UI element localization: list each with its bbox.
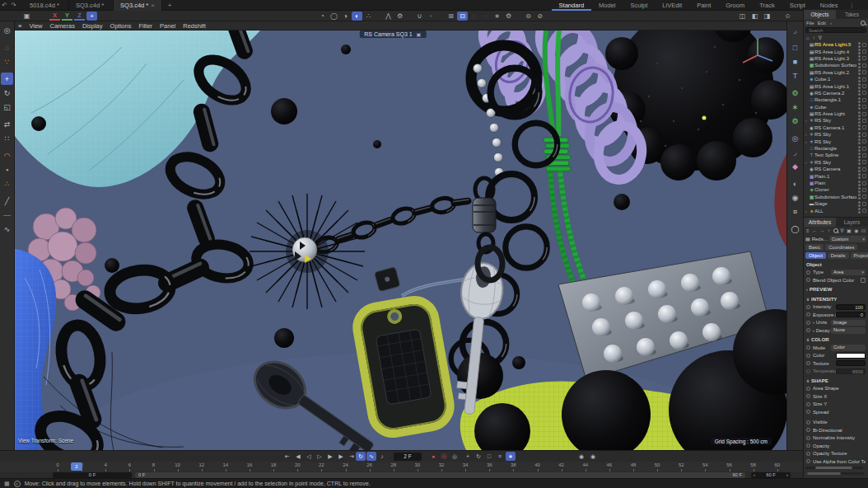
attribute-row[interactable]: Area Shape [804, 385, 868, 393]
frame-tick[interactable]: 32 [436, 462, 446, 472]
attribute-row[interactable]: Mode Color [804, 344, 868, 352]
visibility-dots-icon[interactable] [858, 146, 861, 148]
object-tree-row[interactable]: ☀ RS Sky [804, 131, 868, 138]
frame-tick[interactable]: 18 [268, 462, 278, 472]
object-name[interactable]: RS Area Light.1 [814, 84, 856, 89]
frame-tick[interactable]: 22 [316, 462, 326, 472]
range-start-field[interactable]: 0 F [53, 472, 132, 478]
viewport-menu-item[interactable]: Cameras [50, 22, 75, 30]
visibility-dots-icon[interactable] [858, 118, 861, 120]
keyframe-dot-icon[interactable] [806, 354, 810, 358]
frame-tick[interactable]: 4 [100, 462, 110, 472]
visibility-dots-icon[interactable] [858, 90, 861, 92]
checkbox[interactable] [861, 278, 866, 283]
frame-tick[interactable]: 54 [700, 462, 710, 472]
picture-viewer-window-icon[interactable]: ◧ [749, 12, 760, 21]
measure-tool-icon[interactable]: ― [1, 209, 13, 221]
live-selection-icon[interactable]: ◌ [1, 41, 13, 54]
attribute-row[interactable]: INTENSITY [804, 295, 868, 303]
character-options-icon[interactable]: ⚙ [394, 12, 405, 21]
environment-icon[interactable]: ◐ [789, 177, 801, 190]
forward-icon[interactable]: → [820, 228, 825, 233]
autokey-button[interactable]: Ⓐ [439, 452, 449, 461]
attribute-value[interactable] [836, 360, 866, 366]
visibility-dots-icon[interactable] [858, 187, 861, 190]
object-name[interactable]: Rectangle [814, 146, 856, 151]
stepper-right-icon[interactable]: › [786, 472, 788, 478]
scale-tool-icon[interactable]: ◱ [1, 101, 13, 113]
object-tree-row[interactable]: ▤ RS Area Light.4 [804, 48, 868, 54]
pen-tool-icon[interactable]: ╱ [1, 195, 13, 207]
object-name[interactable]: RS Camera.1 [814, 125, 856, 130]
object-tree-row[interactable]: ■ Cube [804, 104, 868, 110]
layout-tab[interactable]: Standard [552, 0, 591, 11]
visibility-dots-icon[interactable] [858, 181, 861, 183]
timeline-ruler[interactable]: 0246810121416182022242628303234363840424… [0, 462, 803, 472]
dynamics-options-icon[interactable]: ⚙ [503, 12, 514, 21]
object-name[interactable]: RS Area Light.2 [814, 70, 856, 75]
selection-options-icon[interactable]: ∵ [1, 55, 13, 68]
keyframe-dot-icon[interactable] [806, 428, 810, 432]
preview-range-icon[interactable]: ◉ [576, 452, 586, 461]
keyframe-dot-icon[interactable] [806, 345, 810, 350]
panel-tab[interactable]: Takes [836, 10, 868, 19]
visibility-dots-icon[interactable] [858, 173, 861, 176]
frame-tick[interactable]: 44 [581, 462, 590, 472]
close-tab-icon[interactable]: × [151, 2, 155, 9]
filter-icon[interactable]: ∇ [841, 228, 844, 233]
interactive-render-icon[interactable]: ◐ [352, 12, 362, 21]
keyframe-dot-icon[interactable] [806, 387, 810, 391]
object-tree-row[interactable]: ☀ RS Sky [804, 159, 868, 166]
viewport-menu-item[interactable]: Filter [138, 22, 152, 30]
viewport-menu-item[interactable]: Panel [160, 22, 175, 30]
section-arrow-icon[interactable] [806, 337, 810, 342]
overflow-icon[interactable]: › [830, 21, 832, 26]
object-name[interactable]: Stage [814, 201, 856, 206]
object-name[interactable]: RS Sky [814, 118, 856, 123]
quantize-options-icon[interactable]: ◦ [480, 12, 491, 21]
current-frame-field[interactable]: 2 F [394, 453, 422, 461]
frame-tick[interactable]: 48 [628, 462, 638, 472]
render-tag-icon[interactable] [862, 174, 866, 178]
attribute-value[interactable]: 0 [836, 312, 866, 317]
object-tree-row[interactable]: ▩ Subdivision Surface.1 [804, 62, 868, 68]
objects-menu-item[interactable]: File [806, 21, 814, 26]
object-name[interactable]: RS Camera.2 [814, 91, 856, 96]
render-queue-window-icon[interactable]: ◫ [737, 12, 748, 21]
frame-tick[interactable]: 6 [124, 462, 134, 472]
keyframe-dot-icon[interactable] [806, 321, 810, 325]
render-tag-icon[interactable] [862, 153, 866, 157]
disable-icon[interactable]: ⊘ [534, 12, 545, 21]
visibility-dots-icon[interactable] [858, 208, 861, 210]
spline-rect-icon[interactable]: ▪ [1, 163, 13, 176]
object-tree-row[interactable]: ☀ RS Sky [804, 138, 868, 144]
attribute-row[interactable]: Normalize Intensity [804, 434, 868, 443]
visibility-dots-icon[interactable] [858, 63, 861, 65]
text-spline-icon[interactable]: T [789, 69, 801, 82]
viewport-menu-item[interactable]: Redshift [183, 22, 206, 30]
attribute-row[interactable]: › Decay None [804, 326, 868, 335]
frame-tick[interactable]: 58 [749, 462, 758, 472]
camera-icon[interactable]: ▣ [417, 31, 422, 37]
render-tag-icon[interactable] [862, 98, 866, 102]
layout-tab[interactable]: Groom [718, 0, 752, 11]
attribute-row[interactable]: Color [804, 352, 868, 360]
object-name[interactable]: RS Area Light.5 [814, 42, 856, 47]
render-tag-icon[interactable] [862, 195, 866, 199]
frame-tick[interactable]: 38 [508, 462, 518, 472]
keyframe-dot-icon[interactable] [806, 420, 810, 425]
render-tag-icon[interactable] [862, 160, 866, 164]
object-name[interactable]: Plain [814, 181, 856, 185]
search-icon[interactable] [833, 228, 838, 233]
record-scale-icon[interactable]: □ [484, 452, 494, 461]
attr-menu-icon[interactable]: ≡ [806, 228, 810, 233]
attribute-value[interactable]: Color [831, 345, 866, 351]
material-icon[interactable]: ◯ [789, 223, 801, 235]
object-name[interactable]: RS Area Light [814, 111, 856, 116]
rotate-tool-icon[interactable]: ↻ [1, 87, 13, 99]
object-name[interactable]: RS Sky [814, 160, 856, 165]
viewport-menu-item[interactable]: View [29, 22, 42, 30]
attribute-row[interactable]: Use Alpha from Color Textur [804, 458, 868, 466]
attribute-value[interactable]: 6500 [836, 368, 866, 374]
object-name[interactable]: Cube [814, 105, 856, 110]
